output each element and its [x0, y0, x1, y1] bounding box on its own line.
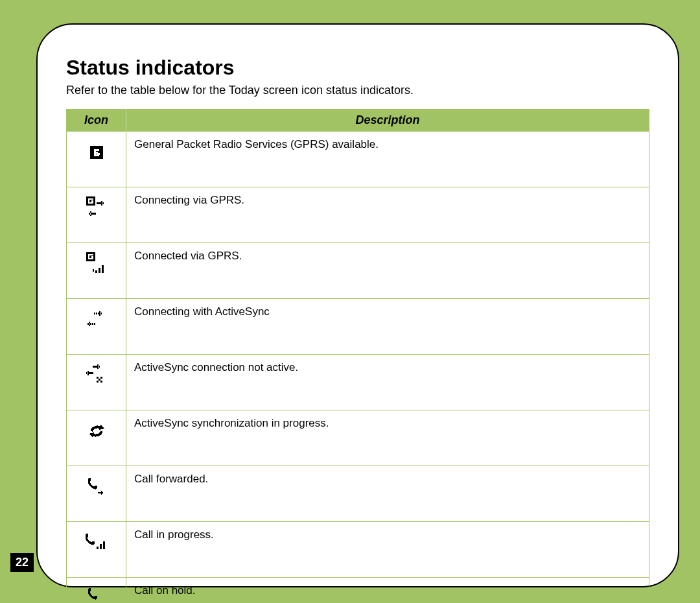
description-cell: ActiveSync synchronization in progress.	[126, 410, 649, 466]
description-cell: Connected via GPRS.	[126, 243, 649, 299]
table-row: ActiveSync synchronization in progress.	[67, 410, 649, 466]
description-cell: Call in progress.	[126, 522, 649, 578]
document-page: Status indicators Refer to the table bel…	[36, 23, 679, 587]
page-number: 22	[10, 553, 34, 572]
svg-rect-0	[93, 269, 94, 272]
description-cell: Connecting with ActiveSync	[126, 299, 649, 355]
description-cell: Connecting via GPRS.	[126, 187, 649, 243]
col-icon-header: Icon	[67, 110, 126, 132]
description-cell: General Packet Radio Services (GPRS) ava…	[126, 132, 649, 187]
activesync-inactive-icon	[82, 361, 111, 390]
description-cell: ActiveSync connection not active.	[126, 355, 649, 410]
icon-cell	[67, 187, 126, 243]
table-row: General Packet Radio Services (GPRS) ava…	[67, 132, 649, 187]
call-forwarded-icon	[82, 473, 111, 501]
call-in-progress-icon	[82, 528, 111, 557]
icon-cell	[67, 299, 126, 355]
table-row: ActiveSync connection not active.	[67, 355, 649, 410]
table-row: Call on hold.	[67, 578, 649, 604]
table-row: Call forwarded.	[67, 466, 649, 522]
icon-cell	[67, 132, 126, 187]
icon-cell	[67, 243, 126, 299]
activesync-connecting-icon	[82, 305, 111, 334]
table-row: Call in progress.	[67, 522, 649, 578]
gprs-connecting-icon	[82, 194, 111, 222]
description-cell: Call on hold.	[126, 578, 649, 604]
page-subtitle: Refer to the table below for the Today s…	[66, 84, 649, 97]
status-indicators-table: Icon Description General Packet Radio Se…	[66, 109, 649, 603]
activesync-syncing-icon	[82, 417, 111, 445]
page-title: Status indicators	[66, 56, 649, 80]
gprs-connected-icon	[82, 250, 111, 278]
icon-cell	[67, 578, 126, 604]
icon-cell	[67, 410, 126, 466]
icon-cell	[67, 466, 126, 522]
icon-cell	[67, 522, 126, 578]
table-row: Connecting via GPRS.	[67, 187, 649, 243]
col-description-header: Description	[126, 110, 649, 132]
table-row: Connecting with ActiveSync	[67, 299, 649, 355]
table-row: Connected via GPRS.	[67, 243, 649, 299]
description-cell: Call forwarded.	[126, 466, 649, 522]
icon-cell	[67, 355, 126, 410]
call-on-hold-icon	[82, 584, 111, 603]
gprs-available-icon	[82, 138, 111, 167]
